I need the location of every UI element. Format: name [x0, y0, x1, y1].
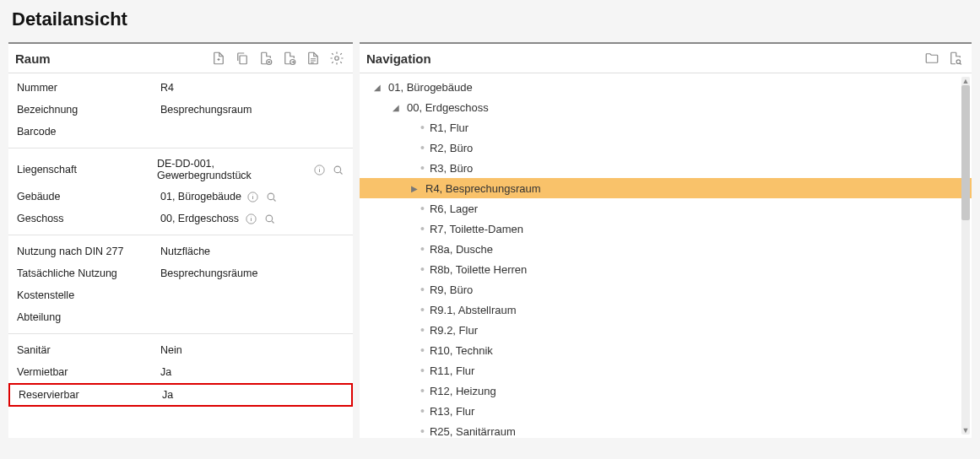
bullet-icon: • [420, 284, 425, 295]
field-value-text: R4 [160, 82, 174, 94]
field-value-text: Besprechungsraum [160, 104, 252, 116]
field-value-text: 00, Erdgeschoss [160, 213, 239, 224]
tree-node-label: R9.2, Flur [430, 324, 478, 337]
field-row: Gebäude01, Bürogebäude [8, 186, 353, 208]
bullet-icon: • [420, 263, 425, 275]
tree-node-label: R8b, Toilette Herren [430, 263, 527, 276]
tree-node[interactable]: •R9.1, Abstellraum [360, 300, 972, 320]
tree-node[interactable]: •R6, Lager [360, 198, 972, 219]
field-value: Ja [162, 389, 173, 401]
document-add-icon[interactable] [257, 49, 275, 68]
field-label: Bezeichnung [17, 104, 160, 116]
folder-icon[interactable] [923, 49, 941, 68]
tree-node[interactable]: ◢00, Erdgeschoss [360, 97, 972, 117]
document-search-icon[interactable] [946, 49, 965, 68]
tree-node[interactable]: ◢01, Bürogebäude [360, 77, 972, 97]
field-value-text: Nutzfläche [160, 246, 210, 257]
bullet-icon: • [420, 425, 425, 437]
tree-node[interactable]: •R10, Technik [360, 340, 972, 360]
field-value-text: DE-DD-001, Gewerbegrundstück [157, 158, 308, 181]
scroll-down-icon[interactable]: ▼ [961, 426, 970, 435]
field-row: ReservierbarJa [8, 383, 353, 407]
detail-fields: NummerR4BezeichnungBesprechungsraumBarco… [8, 73, 353, 412]
scrollbar-thumb[interactable] [961, 85, 970, 220]
svg-rect-0 [240, 56, 246, 64]
field-label: Barcode [17, 126, 160, 138]
field-value: R4 [160, 82, 174, 94]
bullet-icon: • [420, 243, 425, 255]
tree-node[interactable]: •R9.2, Flur [360, 320, 972, 340]
tree-node-label: R13, Flur [430, 405, 474, 418]
tree-node[interactable]: •R25, Sanitärraum [360, 421, 972, 438]
tree-node-label: 00, Erdgeschoss [407, 101, 489, 114]
field-value-text: Besprechungsräume [160, 267, 257, 279]
gear-icon[interactable] [328, 49, 346, 68]
new-document-icon[interactable] [209, 49, 228, 68]
svg-point-10 [956, 60, 961, 64]
info-icon[interactable] [244, 212, 257, 225]
field-label: Kostenstelle [17, 289, 160, 301]
field-value: 01, Bürogebäude [160, 190, 279, 203]
tree-node[interactable]: •R3, Büro [360, 158, 972, 178]
tree-node-label: R7, Toilette-Damen [430, 223, 523, 235]
tree-node[interactable]: •R9, Büro [360, 279, 972, 300]
tree-collapse-icon[interactable]: ◢ [371, 83, 383, 92]
bullet-icon: • [420, 304, 425, 316]
search-icon[interactable] [331, 163, 344, 176]
tree-node[interactable]: •R12, Heizung [360, 381, 972, 401]
field-row: Geschoss00, Erdgeschoss [8, 208, 353, 230]
tree-expand-icon[interactable]: ▶ [409, 184, 420, 193]
info-icon[interactable] [246, 190, 260, 203]
field-value: Besprechungsräume [160, 267, 257, 279]
scroll-up-icon[interactable]: ▲ [961, 77, 970, 85]
detail-panel: Raum NummerR4BezeichnungBesprechungsraum… [8, 42, 353, 438]
field-row: Tatsächliche NutzungBesprechungsräume [8, 262, 353, 284]
detail-panel-title: Raum [15, 51, 51, 66]
page-title: Detailansicht [0, 0, 980, 42]
tree-node[interactable]: •R2, Büro [360, 138, 972, 158]
tree-node-label: R8a, Dusche [430, 243, 493, 256]
bullet-icon: • [420, 122, 425, 133]
field-row: BezeichnungBesprechungsraum [8, 99, 353, 121]
tree-node[interactable]: •R8b, Toilette Herren [360, 259, 972, 279]
tree-node[interactable]: •R8a, Dusche [360, 239, 972, 259]
field-row: SanitärNein [8, 339, 353, 361]
scrollbar[interactable]: ▲ ▼ [961, 77, 970, 435]
svg-point-9 [266, 215, 273, 222]
search-icon[interactable] [263, 212, 276, 225]
bullet-icon: • [420, 162, 425, 174]
tree-node[interactable]: •R11, Flur [360, 360, 972, 381]
bullet-icon: • [420, 142, 425, 154]
field-value: DE-DD-001, Gewerbegrundstück [157, 158, 344, 181]
tree-node-label: R9.1, Abstellraum [430, 304, 517, 316]
field-row: VermietbarJa [8, 361, 353, 383]
field-label: Nummer [17, 82, 160, 94]
tree-node[interactable]: •R1, Flur [360, 117, 972, 138]
tree-node-label: R11, Flur [430, 364, 474, 377]
tree-collapse-icon[interactable]: ◢ [390, 103, 402, 112]
search-icon[interactable] [265, 190, 279, 203]
document-forward-icon[interactable] [280, 49, 299, 68]
tree-node[interactable]: •R7, Toilette-Damen [360, 219, 972, 239]
divider [8, 333, 353, 334]
field-value-text: Ja [162, 389, 173, 401]
tree-node-label: R3, Büro [430, 162, 473, 175]
bullet-icon: • [420, 364, 425, 376]
field-label: Liegenschaft [17, 164, 157, 176]
navigation-panel-title: Navigation [366, 51, 431, 66]
tree-node-label: 01, Bürogebäude [388, 81, 473, 94]
field-value: 00, Erdgeschoss [160, 212, 276, 225]
tree-node-label: R4, Besprechungsraum [425, 182, 541, 195]
tree-node-label: R6, Lager [430, 202, 478, 215]
copy-document-icon[interactable] [233, 49, 252, 68]
tree-node[interactable]: ▶R4, Besprechungsraum [360, 178, 972, 198]
field-row: Barcode [8, 121, 353, 143]
field-value-text: 01, Bürogebäude [160, 191, 241, 202]
detail-toolbar [209, 49, 346, 68]
document-lines-icon[interactable] [304, 49, 322, 68]
field-row: LiegenschaftDE-DD-001, Gewerbegrundstück [8, 154, 353, 186]
bullet-icon: • [420, 324, 425, 336]
field-row: NummerR4 [8, 77, 353, 99]
info-icon[interactable] [313, 163, 327, 176]
tree-node[interactable]: •R13, Flur [360, 401, 972, 421]
